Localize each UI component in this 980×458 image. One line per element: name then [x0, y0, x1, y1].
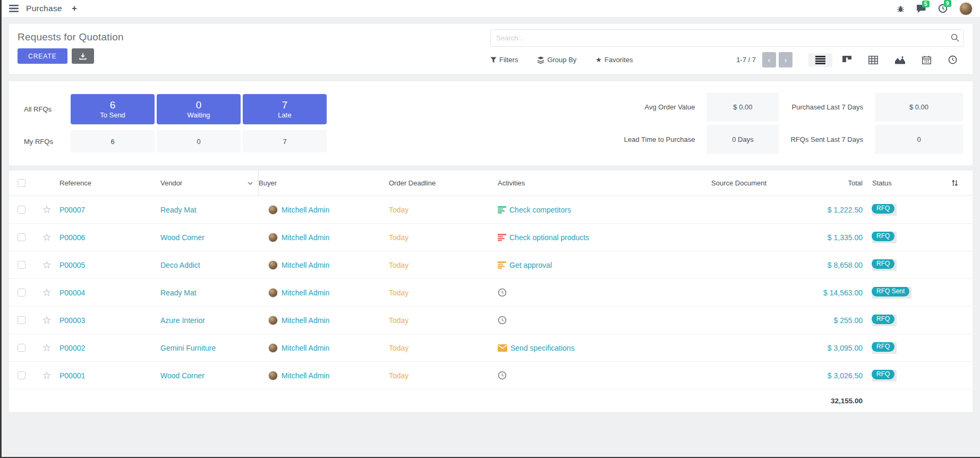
- activity-label[interactable]: Check optional products: [509, 233, 589, 242]
- activity-label[interactable]: Check competitors: [509, 206, 571, 214]
- activity-label[interactable]: Get approval: [509, 261, 552, 269]
- row-checkbox[interactable]: [18, 344, 25, 352]
- reference-link[interactable]: P00006: [59, 233, 160, 242]
- search-input[interactable]: [490, 29, 964, 47]
- activity-cell[interactable]: Get approval: [498, 261, 673, 269]
- optional-columns-icon[interactable]: [937, 179, 973, 187]
- activity-cell[interactable]: [498, 316, 673, 325]
- favorite-star-icon[interactable]: ☆: [42, 315, 51, 325]
- reference-link[interactable]: P00007: [59, 206, 160, 214]
- group-by-button[interactable]: Group By: [537, 56, 576, 64]
- status-column-header[interactable]: Status: [863, 179, 937, 187]
- activity-icon[interactable]: [498, 206, 506, 214]
- graph-view-icon[interactable]: [888, 53, 912, 67]
- total-column-header[interactable]: Total: [808, 179, 863, 187]
- table-row[interactable]: ☆ P00004 Ready Mat Mitchell Admin Today …: [9, 279, 973, 307]
- reference-link[interactable]: P00002: [59, 344, 160, 352]
- activities-column-header[interactable]: Activities: [498, 179, 673, 187]
- vendor-link[interactable]: Gemini Furniture: [160, 344, 259, 352]
- calendar-view-icon[interactable]: [915, 53, 938, 67]
- table-row[interactable]: ☆ P00005 Deco Addict Mitchell Admin Toda…: [9, 251, 973, 279]
- row-checkbox[interactable]: [18, 261, 25, 269]
- activities-clock-icon[interactable]: 9: [938, 4, 948, 13]
- table-row[interactable]: ☆ P00003 Azure Interior Mitchell Admin T…: [9, 307, 973, 334]
- activity-cell[interactable]: Check optional products: [498, 233, 673, 242]
- vendor-link[interactable]: Wood Corner: [160, 371, 259, 380]
- activity-icon[interactable]: [498, 288, 507, 297]
- favorite-star-icon[interactable]: ☆: [42, 343, 51, 353]
- buyer-cell[interactable]: Mitchell Admin: [259, 233, 389, 242]
- create-button[interactable]: CREATE: [18, 48, 67, 64]
- vendor-link[interactable]: Wood Corner: [160, 233, 259, 242]
- user-avatar[interactable]: [959, 2, 973, 15]
- messages-icon[interactable]: 5: [916, 4, 926, 13]
- all-waiting-card[interactable]: 0Waiting: [157, 94, 241, 124]
- activity-cell[interactable]: [498, 288, 673, 297]
- reference-link[interactable]: P00001: [59, 371, 160, 380]
- my-waiting-cell[interactable]: 0: [157, 130, 241, 152]
- list-view-icon[interactable]: [808, 53, 832, 67]
- table-row[interactable]: ☆ P00001 Wood Corner Mitchell Admin Toda…: [9, 362, 973, 389]
- buyer-cell[interactable]: Mitchell Admin: [259, 371, 389, 380]
- table-row[interactable]: ☆ P00002 Gemini Furniture Mitchell Admin…: [9, 334, 973, 362]
- my-to-send-cell[interactable]: 6: [71, 130, 155, 152]
- reference-column-header[interactable]: Reference: [59, 179, 160, 187]
- all-late-card[interactable]: 7Late: [243, 94, 327, 124]
- activity-cell[interactable]: Check competitors: [498, 206, 673, 214]
- order-deadline[interactable]: Today: [389, 233, 498, 242]
- favorite-star-icon[interactable]: ☆: [42, 370, 51, 380]
- vendor-column-header[interactable]: Vendor: [160, 171, 259, 196]
- all-to-send-card[interactable]: 6To Send: [71, 94, 155, 124]
- row-checkbox[interactable]: [18, 289, 25, 296]
- row-checkbox[interactable]: [18, 233, 25, 241]
- favorite-star-icon[interactable]: ☆: [42, 260, 51, 270]
- activity-icon[interactable]: [498, 261, 506, 269]
- buyer-cell[interactable]: Mitchell Admin: [259, 288, 389, 298]
- activity-label[interactable]: Send specifications: [510, 344, 575, 352]
- row-checkbox[interactable]: [18, 371, 25, 379]
- activity-icon[interactable]: [498, 371, 507, 380]
- order-deadline[interactable]: Today: [389, 371, 498, 380]
- order-deadline[interactable]: Today: [389, 344, 498, 352]
- favorite-star-icon[interactable]: ☆: [42, 205, 51, 215]
- reference-link[interactable]: P00004: [59, 289, 160, 297]
- pivot-view-icon[interactable]: [862, 53, 885, 67]
- buyer-cell[interactable]: Mitchell Admin: [259, 205, 389, 215]
- row-checkbox[interactable]: [18, 206, 25, 214]
- reference-link[interactable]: P00003: [59, 316, 160, 325]
- pager-previous-button[interactable]: ‹: [762, 52, 776, 67]
- vendor-link[interactable]: Ready Mat: [160, 289, 259, 297]
- table-row[interactable]: ☆ P00007 Ready Mat Mitchell Admin Today …: [9, 196, 973, 224]
- order-deadline[interactable]: Today: [389, 316, 498, 325]
- activity-cell[interactable]: [498, 371, 673, 380]
- source-column-header[interactable]: Source Document: [673, 179, 808, 187]
- reference-link[interactable]: P00005: [59, 261, 160, 269]
- pager-next-button[interactable]: ›: [779, 52, 792, 67]
- vendor-link[interactable]: Ready Mat: [160, 206, 259, 214]
- buyer-cell[interactable]: Mitchell Admin: [259, 260, 389, 270]
- order-deadline[interactable]: Today: [389, 289, 498, 297]
- order-deadline[interactable]: Today: [389, 206, 498, 214]
- favorite-star-icon[interactable]: ☆: [42, 232, 51, 242]
- activity-view-icon[interactable]: [941, 53, 964, 67]
- kanban-view-icon[interactable]: [836, 53, 858, 67]
- activity-icon[interactable]: [498, 316, 507, 325]
- buyer-cell[interactable]: Mitchell Admin: [259, 316, 389, 325]
- select-all-checkbox[interactable]: [18, 179, 25, 187]
- filters-button[interactable]: Filters: [490, 56, 518, 64]
- buyer-cell[interactable]: Mitchell Admin: [259, 343, 389, 353]
- favorite-star-icon[interactable]: ☆: [42, 287, 51, 298]
- new-tab-button[interactable]: +: [72, 3, 77, 14]
- activity-icon[interactable]: [498, 234, 506, 241]
- deadline-column-header[interactable]: Order Deadline: [389, 179, 498, 187]
- my-late-cell[interactable]: 7: [243, 130, 327, 152]
- activity-icon[interactable]: [498, 344, 507, 352]
- order-deadline[interactable]: Today: [389, 261, 498, 269]
- export-button[interactable]: [72, 48, 94, 64]
- activity-cell[interactable]: Send specifications: [498, 344, 673, 352]
- app-name[interactable]: Purchase: [26, 4, 62, 13]
- table-row[interactable]: ☆ P00006 Wood Corner Mitchell Admin Toda…: [9, 224, 973, 251]
- vendor-link[interactable]: Deco Addict: [160, 261, 259, 269]
- search-icon[interactable]: [951, 33, 959, 42]
- vendor-link[interactable]: Azure Interior: [160, 316, 259, 325]
